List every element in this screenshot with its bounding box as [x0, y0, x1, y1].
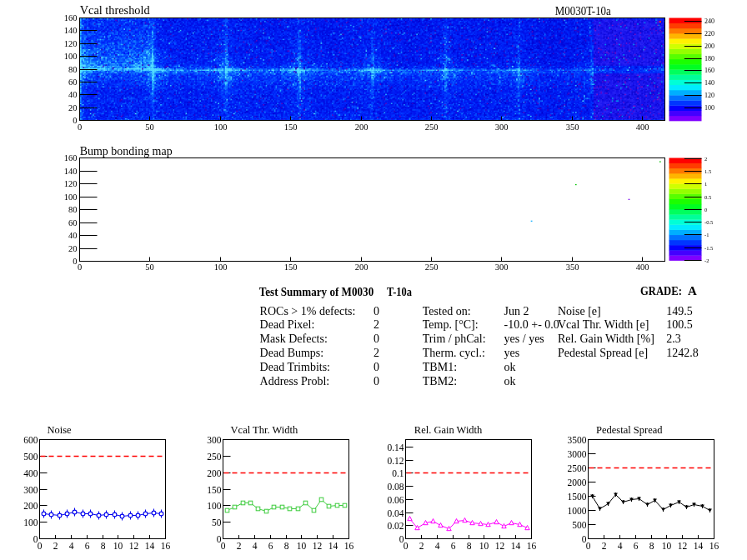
- svg-text:3000: 3000: [568, 449, 587, 459]
- svg-text:16: 16: [161, 541, 171, 551]
- svg-text:100: 100: [23, 518, 38, 528]
- svg-text:-1: -1: [704, 232, 709, 238]
- svg-text:2.3: 2.3: [666, 332, 681, 345]
- svg-text:140: 140: [704, 79, 714, 87]
- svg-text:100: 100: [214, 122, 228, 132]
- svg-text:2: 2: [237, 541, 242, 551]
- svg-text:80: 80: [68, 205, 78, 214]
- svg-text:0: 0: [221, 541, 226, 551]
- svg-text:400: 400: [23, 468, 38, 478]
- svg-text:0.5: 0.5: [704, 194, 711, 200]
- svg-text:0.02: 0.02: [387, 521, 404, 531]
- svg-text:4: 4: [69, 541, 74, 551]
- svg-text:250: 250: [425, 122, 439, 132]
- svg-text:6: 6: [85, 541, 90, 551]
- svg-text:500: 500: [572, 520, 587, 530]
- svg-text:0: 0: [586, 541, 591, 551]
- svg-text:1000: 1000: [568, 506, 587, 516]
- svg-text:Trim / phCal:: Trim / phCal:: [423, 332, 486, 345]
- svg-text:2: 2: [602, 541, 607, 551]
- svg-text:Test Summary of M0030: Test Summary of M0030: [259, 285, 374, 298]
- svg-text:yes / yes: yes / yes: [504, 332, 544, 345]
- svg-text:0: 0: [38, 541, 43, 551]
- svg-text:3500: 3500: [568, 435, 587, 445]
- svg-text:2: 2: [53, 541, 58, 551]
- svg-text:0: 0: [78, 262, 82, 272]
- svg-text:14: 14: [694, 541, 704, 551]
- svg-text:0.08: 0.08: [387, 482, 404, 492]
- svg-text:0.14: 0.14: [387, 442, 404, 452]
- svg-text:2: 2: [419, 541, 424, 551]
- svg-text:149.5: 149.5: [666, 305, 693, 318]
- svg-text:-10.0 +- 0.0: -10.0 +- 0.0: [504, 318, 559, 331]
- svg-text:0: 0: [374, 375, 379, 388]
- svg-text:400: 400: [636, 122, 649, 132]
- svg-text:350: 350: [566, 122, 579, 132]
- svg-text:150: 150: [207, 485, 222, 495]
- svg-text:Vcal Thr. Width: Vcal Thr. Width: [231, 424, 298, 436]
- svg-text:300: 300: [495, 262, 509, 272]
- svg-text:Noise: Noise: [48, 424, 73, 436]
- svg-text:6: 6: [451, 541, 456, 551]
- svg-text:120: 120: [64, 39, 78, 48]
- svg-text:Rel. Gain Width: Rel. Gain Width: [414, 424, 483, 436]
- svg-text:0.1: 0.1: [392, 468, 404, 478]
- svg-text:Address Probl:: Address Probl:: [260, 375, 330, 388]
- svg-text:100: 100: [207, 501, 222, 511]
- svg-text:6: 6: [268, 541, 273, 551]
- svg-text:0: 0: [73, 257, 77, 266]
- svg-text:220: 220: [704, 30, 714, 38]
- svg-text:20: 20: [68, 244, 78, 253]
- svg-text:-0.5: -0.5: [704, 219, 713, 225]
- svg-text:Vcal Thr. Width [e]: Vcal Thr. Width [e]: [558, 318, 649, 331]
- svg-text:100: 100: [64, 192, 78, 202]
- svg-text:300: 300: [207, 435, 222, 445]
- svg-text:200: 200: [704, 42, 714, 50]
- svg-text:12: 12: [678, 541, 688, 551]
- svg-text:14: 14: [511, 541, 521, 551]
- svg-text:Bump bonding map: Bump bonding map: [80, 144, 173, 158]
- svg-text:12: 12: [313, 541, 323, 551]
- svg-text:0: 0: [374, 305, 379, 318]
- svg-text:120: 120: [64, 179, 78, 188]
- svg-text:500: 500: [23, 452, 38, 462]
- svg-text:Tested on:: Tested on:: [423, 305, 471, 318]
- svg-text:Jun 2: Jun 2: [504, 305, 529, 318]
- svg-text:200: 200: [23, 501, 38, 511]
- svg-text:80: 80: [68, 65, 78, 74]
- svg-text:M0030T-10a: M0030T-10a: [555, 4, 611, 18]
- svg-text:8: 8: [467, 541, 472, 551]
- svg-text:60: 60: [68, 218, 78, 228]
- svg-text:0: 0: [78, 122, 82, 132]
- svg-text:TBM1:: TBM1:: [423, 361, 457, 373]
- svg-text:0.04: 0.04: [387, 508, 404, 518]
- svg-text:8: 8: [101, 541, 106, 551]
- svg-text:0: 0: [73, 116, 77, 125]
- svg-text:40: 40: [68, 90, 78, 99]
- svg-text:ok: ok: [504, 361, 516, 373]
- svg-text:ROCs > 1% defects:: ROCs > 1% defects:: [260, 305, 356, 318]
- svg-text:0.12: 0.12: [387, 456, 404, 466]
- svg-text:12: 12: [495, 541, 505, 551]
- svg-text:160: 160: [64, 13, 78, 22]
- svg-text:0.06: 0.06: [387, 495, 404, 505]
- svg-text:160: 160: [704, 67, 714, 74]
- svg-text:T-10a: T-10a: [387, 285, 412, 298]
- svg-text:Dead Bumps:: Dead Bumps:: [260, 347, 324, 359]
- svg-text:140: 140: [64, 26, 78, 35]
- svg-text:yes: yes: [504, 347, 520, 359]
- svg-text:8: 8: [284, 541, 289, 551]
- svg-text:400: 400: [636, 262, 649, 272]
- svg-text:50: 50: [212, 518, 222, 528]
- svg-text:1242.8: 1242.8: [666, 347, 699, 359]
- svg-text:600: 600: [23, 435, 38, 445]
- svg-text:10: 10: [113, 541, 123, 551]
- svg-text:-1.5: -1.5: [704, 245, 713, 251]
- svg-text:1500: 1500: [568, 492, 587, 502]
- svg-text:-2: -2: [704, 258, 709, 263]
- svg-text:Therm. cycl.:: Therm. cycl.:: [423, 347, 485, 359]
- svg-text:ok: ok: [504, 375, 516, 388]
- svg-text:2: 2: [704, 156, 707, 162]
- svg-text:Pedestal Spread [e]: Pedestal Spread [e]: [558, 347, 648, 359]
- svg-text:40: 40: [68, 231, 78, 240]
